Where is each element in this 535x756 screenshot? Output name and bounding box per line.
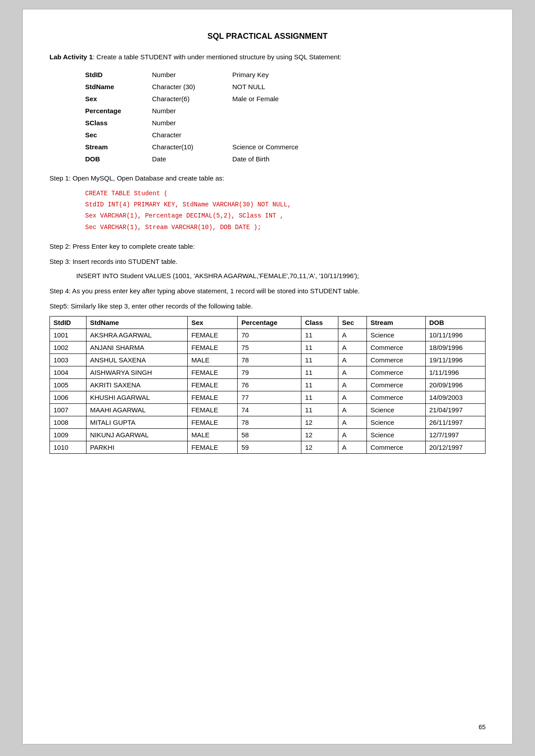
cell-stdid: 1006 — [50, 391, 86, 403]
column-header: StdID — [50, 316, 86, 329]
cell-dob: 14/09/2003 — [425, 391, 485, 403]
structure-row: Sex Character(6) Male or Female — [85, 93, 486, 105]
cell-sec: A — [338, 378, 367, 391]
step1-text: Step 1: Open MySQL, Open Database and cr… — [49, 173, 486, 184]
field-type: Character(6) — [152, 93, 232, 105]
lab-activity-heading: Lab Activity 1: Create a table STUDENT w… — [49, 52, 486, 62]
structure-row: Stream Character(10) Science or Commerce — [85, 141, 486, 153]
cell-stream: Science — [367, 403, 426, 416]
field-type: Character(10) — [152, 141, 232, 153]
cell-dob: 1/11/1996 — [425, 366, 485, 378]
cell-percentage: 78 — [238, 353, 301, 366]
field-type: Character — [152, 129, 232, 141]
step2-text: Step 2: Press Enter key to complete crea… — [49, 241, 486, 252]
table-row: 1010PARKHIFEMALE5912ACommerce20/12/1997 — [50, 441, 486, 453]
cell-percentage: 74 — [238, 403, 301, 416]
cell-stdid: 1007 — [50, 403, 86, 416]
structure-row: DOB Date Date of Birth — [85, 153, 486, 165]
cell-class: 11 — [301, 366, 338, 378]
cell-sec: A — [338, 416, 367, 428]
column-header: Sex — [188, 316, 238, 329]
field-type: Number — [152, 105, 232, 117]
field-name: Sec — [85, 129, 152, 141]
cell-stdname: ANJANI SHARMA — [86, 341, 187, 353]
cell-percentage: 76 — [238, 378, 301, 391]
field-name: DOB — [85, 153, 152, 165]
column-header: DOB — [425, 316, 485, 329]
cell-class: 11 — [301, 403, 338, 416]
table-row: 1003ANSHUL SAXENAMALE7811ACommerce19/11/… — [50, 353, 486, 366]
cell-stream: Commerce — [367, 441, 426, 453]
column-header: StdName — [86, 316, 187, 329]
cell-sex: FEMALE — [188, 416, 238, 428]
cell-stream: Commerce — [367, 353, 426, 366]
cell-percentage: 77 — [238, 391, 301, 403]
cell-class: 12 — [301, 441, 338, 453]
cell-sex: FEMALE — [188, 441, 238, 453]
step4-text: Step 4: As you press enter key after typ… — [49, 286, 486, 296]
field-constraint: Date of Birth — [232, 153, 269, 165]
cell-stdid: 1004 — [50, 366, 86, 378]
step5-text: Step5: Similarly like step 3, enter othe… — [49, 301, 486, 312]
cell-stdid: 1009 — [50, 428, 86, 441]
code-line: Sec VARCHAR(1), Stream VARCHAR(10), DOB … — [85, 222, 486, 233]
cell-sec: A — [338, 341, 367, 353]
page-title: SQL PRACTICAL ASSIGNMENT — [49, 32, 486, 41]
field-type: Date — [152, 153, 232, 165]
cell-sec: A — [338, 441, 367, 453]
cell-dob: 12/7/1997 — [425, 428, 485, 441]
field-type: Number — [152, 117, 232, 129]
table-row: 1002ANJANI SHARMAFEMALE7511ACommerce18/0… — [50, 341, 486, 353]
cell-stdname: AKRITI SAXENA — [86, 378, 187, 391]
student-table: StdIDStdNameSexPercentageClassSecStreamD… — [49, 316, 486, 454]
cell-class: 11 — [301, 353, 338, 366]
column-header: Stream — [367, 316, 426, 329]
cell-dob: 20/12/1997 — [425, 441, 485, 453]
cell-stdname: NIKUNJ AGARWAL — [86, 428, 187, 441]
cell-class: 11 — [301, 341, 338, 353]
column-header: Sec — [338, 316, 367, 329]
structure-table: StdID Number Primary Key StdName Charact… — [85, 69, 486, 165]
field-constraint: NOT NULL — [232, 81, 265, 93]
table-row: 1001AKSHRA AGARWALFEMALE7011AScience10/1… — [50, 329, 486, 341]
cell-sec: A — [338, 403, 367, 416]
structure-row: Sec Character — [85, 129, 486, 141]
table-row: 1004AISHWARYA SINGHFEMALE7911ACommerce1/… — [50, 366, 486, 378]
column-header: Class — [301, 316, 338, 329]
lab-activity-label: Lab Activity 1 — [49, 53, 93, 61]
cell-percentage: 75 — [238, 341, 301, 353]
cell-sex: MALE — [188, 353, 238, 366]
cell-percentage: 70 — [238, 329, 301, 341]
cell-class: 12 — [301, 428, 338, 441]
cell-stream: Commerce — [367, 341, 426, 353]
cell-sec: A — [338, 353, 367, 366]
cell-stdname: AKSHRA AGARWAL — [86, 329, 187, 341]
cell-sec: A — [338, 366, 367, 378]
cell-stdname: KHUSHI AGARWAL — [86, 391, 187, 403]
field-name: Sex — [85, 93, 152, 105]
step3-line2: INSERT INTO Student VALUES (1001, 'AKSHR… — [76, 271, 486, 281]
field-constraint: Male or Female — [232, 93, 279, 105]
cell-percentage: 78 — [238, 416, 301, 428]
field-type: Number — [152, 69, 232, 81]
step3-line1: Step 3: Insert records into STUDENT tabl… — [49, 256, 486, 267]
cell-stdid: 1002 — [50, 341, 86, 353]
code-block: CREATE TABLE Student (StdID INT(4) PRIMA… — [85, 188, 486, 233]
structure-row: Percentage Number — [85, 105, 486, 117]
cell-sex: MALE — [188, 428, 238, 441]
table-row: 1006KHUSHI AGARWALFEMALE7711ACommerce14/… — [50, 391, 486, 403]
cell-sex: FEMALE — [188, 341, 238, 353]
structure-row: SClass Number — [85, 117, 486, 129]
field-constraint: Science or Commerce — [232, 141, 298, 153]
cell-stdname: MITALI GUPTA — [86, 416, 187, 428]
page: SQL PRACTICAL ASSIGNMENT Lab Activity 1:… — [22, 9, 513, 744]
cell-stdname: ANSHUL SAXENA — [86, 353, 187, 366]
cell-sex: FEMALE — [188, 378, 238, 391]
cell-stream: Science — [367, 428, 426, 441]
cell-dob: 10/11/1996 — [425, 329, 485, 341]
cell-stdid: 1001 — [50, 329, 86, 341]
lab-activity-desc: : Create a table STUDENT with under ment… — [93, 53, 342, 61]
table-row: 1008MITALI GUPTAFEMALE7812AScience26/11/… — [50, 416, 486, 428]
cell-dob: 26/11/1997 — [425, 416, 485, 428]
cell-percentage: 58 — [238, 428, 301, 441]
